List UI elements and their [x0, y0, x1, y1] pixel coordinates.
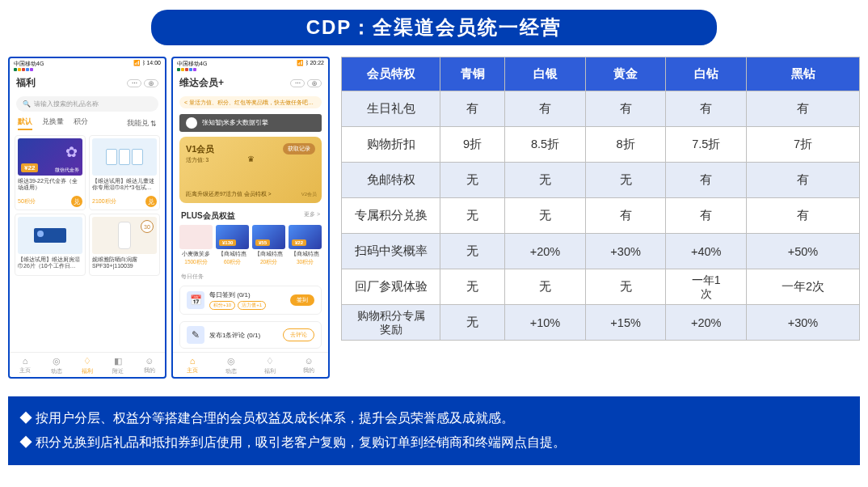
brand-row[interactable]: 张知智|米多大数据引擎 — [179, 114, 322, 132]
content-row: 中国移动4G 📶 ᛒ 14:00 福利 ⋯◎ 🔍 请输入搜索的礼品名称 默认 兑… — [0, 57, 868, 379]
table-cell: 无 — [440, 198, 505, 234]
plus-section-header: PLUS会员权益更多 > — [173, 205, 328, 223]
table-cell: 无 — [440, 163, 505, 198]
go-comment-button[interactable]: 去评论 — [283, 328, 314, 341]
table-cell: 购物折扣 — [342, 127, 440, 163]
app-tray-icons — [177, 68, 207, 71]
badge-30-days: 30 — [141, 220, 154, 233]
table-header-row: 会员特权青铜白银黄金白钻黑钻 — [342, 57, 860, 91]
phone-fuli: 中国移动4G 📶 ᛒ 14:00 福利 ⋯◎ 🔍 请输入搜索的礼品名称 默认 兑… — [8, 57, 166, 379]
tab-bar: 默认 兑换量 积分 我能兑 ⇅ — [10, 115, 165, 132]
phone-member: 中国移动4G 📶 ᛒ 20:22 维达会员+ ⋯◎ < 量活力值、积分、红包等奖… — [171, 57, 330, 379]
nav-feed[interactable]: ◎动态 — [225, 356, 237, 375]
tab-exchange[interactable]: 兑换量 — [42, 116, 64, 130]
table-cell: 有 — [585, 198, 666, 234]
me-icon: ☺ — [304, 356, 313, 366]
task-item: 📅 每日签到 (0/1) 积分+10活力值+1 签到 — [179, 286, 322, 315]
table-cell: 7.5折 — [666, 127, 747, 163]
table-cell: 有 — [440, 91, 505, 127]
plus-item[interactable]: 小麦微笑多格…1500积分 — [179, 225, 213, 266]
signal-icon: 📶 — [297, 60, 304, 66]
nav-fuli[interactable]: ♢福利 — [264, 356, 276, 375]
table-cell: +20% — [505, 234, 586, 269]
search-icon: 🔍 — [23, 100, 31, 108]
product-card[interactable]: ¥22微信代金券✿ 维达39-22元代金券（全场通用） 50积分兑 — [15, 135, 86, 210]
table-row: 生日礼包有有有有有 — [342, 91, 860, 127]
filter-icon: ⇅ — [150, 120, 157, 128]
table-cell: 7折 — [747, 127, 860, 163]
table-cell: 有 — [585, 91, 666, 127]
gift-icon: ♢ — [266, 356, 274, 366]
crest-icon: ♛ — [247, 155, 255, 163]
table-cell: 8.5折 — [505, 127, 586, 163]
table-row: 专属积分兑换无无有有有 — [342, 198, 860, 234]
table-cell: 一年2次 — [747, 269, 860, 305]
product-card[interactable]: 【维达试用】维达厨房湿巾26片（10个工作日… — [15, 214, 86, 276]
avatar-icon — [186, 117, 197, 129]
table-cell: 回厂参观体验 — [342, 269, 440, 305]
tab-default[interactable]: 默认 — [18, 116, 32, 130]
table-cell: 一年1次 — [666, 269, 747, 305]
bullet-item: 按用户分层、权益分等搭建合理的会员权益及成长体系，提升会员荣誉感及成就感。 — [19, 406, 849, 430]
nav-home[interactable]: ⌂主页 — [19, 356, 31, 375]
nearby-icon: ◧ — [114, 356, 122, 366]
status-bar: 中国移动4G 📶 ᛒ 20:22 — [173, 58, 328, 73]
table-cell: 无 — [505, 198, 586, 234]
nav-home[interactable]: ⌂主页 — [187, 356, 198, 375]
notice-bar[interactable]: < 量活力值、积分、红包等奖品哦，快去做任务吧… — [179, 96, 322, 108]
table-cell: +30% — [585, 234, 666, 269]
slide-title: CDP：全渠道会员统一经营 — [151, 10, 717, 45]
search-input[interactable]: 🔍 请输入搜索的礼品名称 — [16, 96, 158, 112]
table-cell: +30% — [747, 305, 860, 341]
product-card[interactable]: 【维达试用】维达儿童迷你专用湿巾8片*3包试… 2100积分兑 — [89, 135, 160, 210]
close-icon[interactable]: ◎ — [144, 79, 158, 87]
more-link[interactable]: 更多 > — [304, 210, 320, 222]
table-cell: 有 — [747, 163, 860, 198]
product-card[interactable]: 30 妮维雅防晒白润露SPF30+|110039 — [89, 214, 160, 276]
nav-nearby[interactable]: ◧附近 — [112, 356, 124, 375]
sign-in-button[interactable]: 签到 — [290, 294, 314, 306]
plus-item[interactable]: ¥130【商城特惠GO…60积分 — [216, 225, 249, 266]
tasks-section-header: 每日任务 — [173, 268, 328, 282]
table-cell: 9折 — [440, 127, 505, 163]
vip-card[interactable]: V1会员 活力值: 3 获取记录 ♛ 距离升级还差97活力值 会员特权 > V2… — [179, 137, 322, 203]
more-icon[interactable]: ⋯ — [127, 79, 141, 87]
signal-icon: 📶 — [133, 60, 141, 66]
nav-fuli[interactable]: ♢福利 — [82, 356, 93, 375]
table-cell: 无 — [440, 269, 505, 305]
table-cell: 无 — [440, 305, 505, 341]
table-cell: 有 — [666, 91, 747, 127]
plus-row: 小麦微笑多格…1500积分 ¥130【商城特惠GO…60积分 ¥55【商城特惠G… — [173, 223, 328, 268]
table-row: 免邮特权无无无有有 — [342, 163, 860, 198]
feed-icon: ◎ — [227, 356, 235, 366]
phone-screenshots: 中国移动4G 📶 ᛒ 14:00 福利 ⋯◎ 🔍 请输入搜索的礼品名称 默认 兑… — [8, 57, 330, 379]
table-cell: 专属积分兑换 — [342, 198, 440, 234]
vip-log-button[interactable]: 获取记录 — [283, 143, 315, 155]
plus-item[interactable]: ¥55【商城特惠GO…20积分 — [252, 225, 285, 266]
redeem-button[interactable]: 兑 — [145, 196, 157, 207]
table-row: 购物折扣9折8.5折8折7.5折7折 — [342, 127, 860, 163]
bottom-nav: ⌂主页 ◎动态 ♢福利 ◧附近 ☺我的 — [10, 352, 165, 377]
nav-me[interactable]: ☺我的 — [144, 356, 155, 375]
table-cell: +50% — [747, 234, 860, 269]
table-row: 扫码中奖概率无+20%+30%+40%+50% — [342, 234, 860, 269]
more-icon[interactable]: ⋯ — [290, 79, 305, 87]
app-tray-icons — [14, 68, 44, 71]
table-cell: +20% — [666, 305, 747, 341]
table-row: 购物积分专属奖励无+10%+15%+20%+30% — [342, 305, 860, 341]
gift-icon: ♢ — [83, 356, 91, 366]
tab-points[interactable]: 积分 — [74, 116, 88, 130]
table-cell: 有 — [666, 163, 747, 198]
plus-item[interactable]: ¥22【商城特惠GO…30积分 — [289, 225, 322, 266]
bluetooth-icon: ᛒ — [142, 60, 145, 66]
nav-me[interactable]: ☺我的 — [303, 356, 314, 375]
privilege-table: 会员特权青铜白银黄金白钻黑钻 生日礼包有有有有有购物折扣9折8.5折8折7.5折… — [341, 57, 860, 341]
redeem-button[interactable]: 兑 — [71, 196, 82, 207]
me-icon: ☺ — [145, 356, 154, 366]
table-cell: 无 — [505, 269, 586, 305]
flower-icon: ✿ — [65, 143, 78, 161]
tab-affordable[interactable]: 我能兑 ⇅ — [127, 116, 157, 130]
product-grid: ¥22微信代金券✿ 维达39-22元代金券（全场通用） 50积分兑 【维达试用】… — [10, 132, 165, 279]
close-icon[interactable]: ◎ — [307, 79, 322, 87]
nav-feed[interactable]: ◎动态 — [51, 356, 62, 375]
